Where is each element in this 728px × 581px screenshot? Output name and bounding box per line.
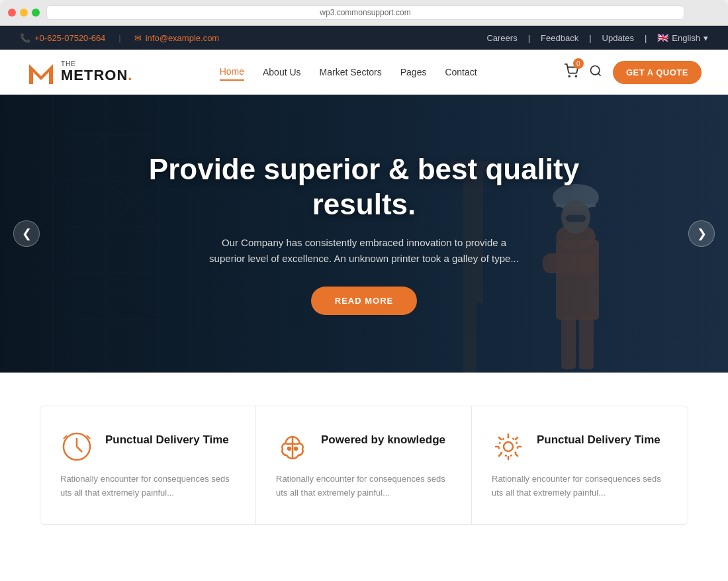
slider-prev-button[interactable]: ❮ (13, 220, 40, 247)
get-quote-button[interactable]: GET A QUOTE (613, 61, 702, 84)
address-bar[interactable]: wp3.commonsupport.com (46, 5, 684, 20)
main-header: THE METRON. Home About Us Market Sectors… (0, 50, 728, 95)
language-selector[interactable]: 🇬🇧 English ▾ (657, 32, 708, 43)
updates-link[interactable]: Updates (602, 33, 634, 43)
email-address: info@example.com (146, 33, 219, 43)
hero-subtitle: Our Company has consistently embraced in… (205, 235, 523, 267)
clock-icon (60, 430, 93, 463)
svg-point-34 (295, 447, 297, 450)
browser-window-controls (8, 9, 40, 17)
top-bar-right: Careers | Feedback | Updates | 🇬🇧 Englis… (486, 32, 708, 43)
logo-text: THE METRON. (61, 60, 132, 83)
logo-icon (26, 58, 56, 87)
search-button[interactable] (589, 64, 602, 81)
slider-next-button[interactable]: ❯ (688, 220, 715, 247)
flag-icon: 🇬🇧 (657, 32, 668, 43)
divider2: | (528, 33, 530, 43)
feature-1-title: Punctual Delivery Time (105, 430, 229, 447)
feature-3-title: Punctual Delivery Time (537, 430, 660, 447)
feedback-link[interactable]: Feedback (541, 33, 578, 43)
svg-point-1 (569, 75, 570, 77)
maximize-button[interactable] (32, 9, 40, 17)
feature-2-title: Powered by knowledge (321, 430, 445, 447)
svg-marker-0 (29, 64, 53, 84)
feature-card-1: Punctual Delivery Time Rationally encoun… (40, 406, 256, 524)
feature-1-desc: Rationally encounter for consequences se… (60, 472, 236, 500)
top-bar-left: 📞 +0-625-07520-664 | ✉ info@example.com (20, 33, 219, 43)
features-grid: Punctual Delivery Time Rationally encoun… (40, 406, 688, 525)
feature-2-desc: Rationally encounter for consequences se… (276, 472, 451, 500)
minimize-button[interactable] (20, 9, 28, 17)
logo-brand-name: METRON. (61, 67, 132, 83)
welcome-section: WELCOME TO METRON (0, 558, 728, 581)
hero-read-more-button[interactable]: READ MORE (311, 287, 417, 315)
header-actions: 0 GET A QUOTE (564, 61, 702, 84)
hero-title: Provide superior & best quality results. (132, 152, 596, 222)
svg-point-2 (575, 75, 576, 77)
phone-number: +0-625-07520-664 (34, 33, 105, 43)
welcome-title: WELCOME TO METRON (40, 578, 238, 581)
hero-section: ❮ Provide superior & best quality result… (0, 95, 728, 373)
svg-point-36 (499, 437, 518, 456)
browser-chrome: wp3.commonsupport.com (0, 0, 728, 26)
feature-card-2-header: Powered by knowledge (276, 430, 451, 463)
feature-3-desc: Rationally encounter for consequences se… (492, 472, 668, 500)
logo[interactable]: THE METRON. (26, 58, 132, 87)
hero-content: Provide superior & best quality results.… (0, 95, 728, 373)
feature-card-3-header: Punctual Delivery Time (492, 430, 668, 463)
gear-icon (492, 430, 525, 463)
nav-about[interactable]: About Us (263, 64, 301, 80)
cart-button[interactable]: 0 (564, 64, 578, 81)
nav-market-sectors[interactable]: Market Sectors (320, 64, 382, 80)
brain-icon (276, 430, 309, 463)
phone-icon: 📞 (20, 33, 30, 43)
divider4: | (645, 33, 647, 43)
nav-pages[interactable]: Pages (400, 64, 427, 80)
feature-card-2: Powered by knowledge Rationally encounte… (256, 406, 472, 524)
svg-line-4 (598, 73, 601, 75)
cart-badge: 0 (573, 58, 584, 69)
feature-card-1-header: Punctual Delivery Time (60, 430, 236, 463)
chevron-down-icon: ▾ (704, 33, 708, 43)
phone-contact: 📞 +0-625-07520-664 (20, 33, 105, 43)
careers-link[interactable]: Careers (486, 33, 517, 43)
top-bar: 📞 +0-625-07520-664 | ✉ info@example.com … (0, 26, 728, 50)
close-button[interactable] (8, 9, 16, 17)
features-section: Punctual Delivery Time Rationally encoun… (0, 373, 728, 558)
nav-contact[interactable]: Contact (445, 64, 477, 80)
svg-point-3 (590, 66, 599, 74)
search-icon (589, 64, 602, 77)
language-label: English (672, 33, 700, 43)
divider3: | (589, 33, 591, 43)
nav-home[interactable]: Home (220, 64, 244, 81)
email-icon: ✉ (134, 33, 142, 43)
divider1: | (118, 33, 120, 43)
email-contact: ✉ info@example.com (134, 33, 219, 43)
svg-point-33 (288, 447, 291, 450)
svg-point-35 (504, 442, 513, 451)
feature-card-3: Punctual Delivery Time Rationally encoun… (472, 406, 688, 524)
main-navigation: Home About Us Market Sectors Pages Conta… (220, 64, 477, 81)
